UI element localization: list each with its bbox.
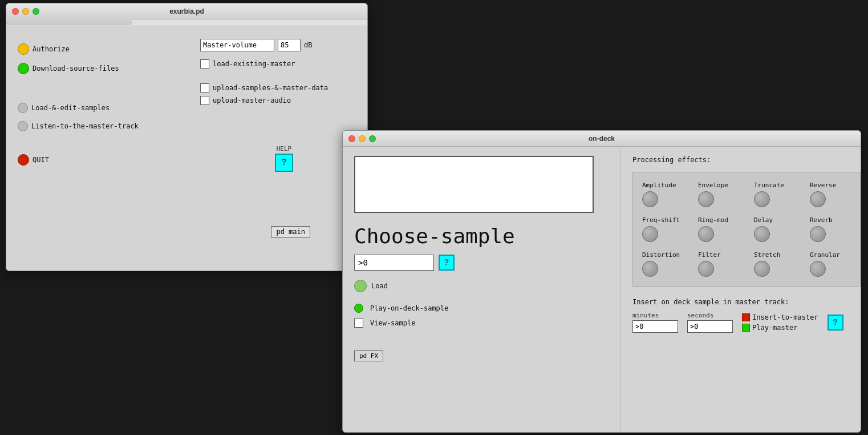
load-label: Load: [371, 282, 388, 290]
authorize-led[interactable]: [18, 43, 29, 55]
truncate-label: Truncate: [754, 182, 784, 189]
reverb-knob[interactable]: [810, 226, 826, 242]
load-indicator[interactable]: [354, 280, 367, 292]
load-edit-row: Load-&-edit-samples: [18, 103, 356, 113]
view-label: View-sample: [370, 319, 415, 327]
effect-delay: Delay: [754, 216, 805, 242]
exurbia-titlebar: exurbia.pd: [6, 3, 367, 19]
sample-input-row: ?: [354, 255, 609, 271]
effect-truncate: Truncate: [754, 182, 805, 207]
truncate-knob[interactable]: [754, 191, 770, 207]
minimize-button[interactable]: [22, 8, 29, 15]
pd-fx-button[interactable]: pd FX: [354, 351, 383, 361]
distortion-knob[interactable]: [642, 261, 658, 277]
download-row: Download-source-files: [18, 63, 356, 74]
ring-mod-knob[interactable]: [698, 226, 714, 242]
minutes-label: minutes: [632, 312, 678, 319]
ondeck-minimize-button[interactable]: [359, 135, 366, 142]
traffic-lights: [12, 8, 39, 15]
load-existing-checkbox[interactable]: [200, 59, 209, 69]
ondeck-left-panel: Choose-sample ? Load Play-on-deck-sample…: [343, 147, 621, 432]
effect-granular: Granular: [810, 251, 861, 277]
seconds-input[interactable]: [687, 320, 733, 333]
ring-mod-label: Ring-mod: [698, 216, 728, 224]
play-master-row: Play-master: [742, 324, 818, 332]
upload-samples-row: upload-samples-&-master-data: [200, 83, 328, 92]
maximize-button[interactable]: [33, 8, 39, 15]
close-button[interactable]: [12, 8, 19, 15]
pd-main-button[interactable]: pd main: [271, 226, 310, 237]
filter-label: Filter: [698, 251, 721, 259]
master-volume-label-input[interactable]: [200, 39, 274, 51]
freq-shift-knob[interactable]: [642, 226, 658, 242]
listen-master-indicator[interactable]: [18, 121, 28, 131]
help-text: HELP: [277, 145, 292, 152]
reverse-label: Reverse: [810, 182, 836, 189]
choose-sample-title: Choose-sample: [354, 224, 609, 248]
play-master-led[interactable]: [742, 324, 750, 332]
exurbia-content: Authorize Download-source-files dB load-…: [6, 26, 367, 185]
load-existing-label: load-existing-master: [213, 60, 295, 68]
effect-reverse: Reverse: [810, 182, 861, 207]
download-label: Download-source-files: [33, 65, 119, 72]
effect-amplitude: Amplitude: [642, 182, 693, 207]
help-section: HELP ?: [275, 145, 293, 172]
play-row: Play-on-deck-sample: [354, 304, 609, 313]
seconds-label: seconds: [687, 312, 733, 319]
master-volume-value[interactable]: [278, 39, 301, 51]
view-row: View-sample: [354, 319, 609, 328]
pd-main-area: pd main: [271, 226, 310, 237]
effect-envelope: Envelope: [698, 182, 749, 207]
ondeck-title: on-deck: [589, 135, 615, 143]
envelope-label: Envelope: [698, 182, 728, 189]
help-button[interactable]: ?: [275, 154, 293, 172]
filter-knob[interactable]: [698, 261, 714, 277]
ondeck-titlebar: on-deck: [343, 131, 861, 147]
effect-distortion: Distortion: [642, 251, 693, 277]
view-sample-checkbox[interactable]: [354, 319, 363, 328]
seconds-col: seconds: [687, 312, 733, 333]
effect-filter: Filter: [698, 251, 749, 277]
stretch-knob[interactable]: [754, 261, 770, 277]
insert-controls: minutes seconds Insert-to-master: [632, 312, 849, 333]
insert-help-button[interactable]: ?: [828, 315, 843, 331]
upload-samples-checkbox[interactable]: [200, 83, 209, 92]
amplitude-label: Amplitude: [642, 182, 676, 189]
listen-master-label: Listen-to-the-master-track: [31, 122, 139, 130]
master-volume-row: dB: [200, 39, 312, 51]
pd-fx-area: pd FX: [354, 351, 609, 361]
effect-freq-shift: Freq-shift: [642, 216, 693, 242]
ondeck-close-button[interactable]: [348, 135, 355, 142]
reverse-knob[interactable]: [810, 191, 826, 207]
granular-label: Granular: [810, 251, 840, 259]
ondeck-maximize-button[interactable]: [369, 135, 376, 142]
ondeck-right-panel: Processing effects: Amplitude Envelope T…: [621, 147, 861, 432]
amplitude-knob[interactable]: [642, 191, 658, 207]
upload-master-audio-label: upload-master-audio: [213, 96, 291, 104]
granular-knob[interactable]: [810, 261, 826, 277]
load-existing-row: load-existing-master: [200, 59, 295, 69]
freq-shift-label: Freq-shift: [642, 216, 680, 224]
insert-buttons: Insert-to-master Play-master: [742, 313, 818, 332]
ondeck-window: on-deck Choose-sample ? Load Play-on-dec…: [342, 130, 861, 433]
quit-led[interactable]: [18, 154, 29, 166]
sample-help-button[interactable]: ?: [439, 255, 455, 271]
minutes-input[interactable]: [632, 320, 678, 333]
waveform-display: [354, 156, 594, 213]
play-led[interactable]: [354, 304, 363, 313]
play-label: Play-on-deck-sample: [370, 304, 448, 312]
upload-master-audio-checkbox[interactable]: [200, 96, 209, 105]
load-row: Load: [354, 280, 609, 292]
upload-samples-label: upload-samples-&-master-data: [213, 84, 328, 92]
envelope-knob[interactable]: [698, 191, 714, 207]
listen-master-row: Listen-to-the-master-track: [18, 121, 356, 131]
insert-section: Insert on deck sample in master track: m…: [632, 298, 849, 333]
upload-master-audio-row: upload-master-audio: [200, 96, 291, 105]
download-led[interactable]: [18, 63, 29, 74]
insert-master-led[interactable]: [742, 313, 750, 321]
sample-number-input[interactable]: [354, 255, 434, 271]
load-edit-indicator[interactable]: [18, 103, 28, 113]
play-master-label: Play-master: [752, 324, 797, 332]
exurbia-title: exurbia.pd: [169, 7, 204, 15]
delay-knob[interactable]: [754, 226, 770, 242]
